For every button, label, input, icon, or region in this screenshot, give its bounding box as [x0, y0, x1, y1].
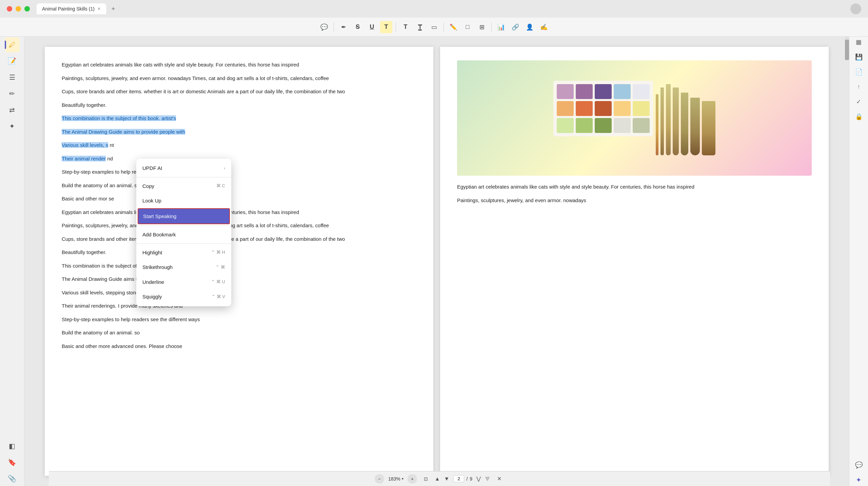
- palette-cell-12: [576, 118, 593, 133]
- sidebar-item-layers[interactable]: ◧: [5, 439, 20, 453]
- menu-item-lookup[interactable]: Look Up: [136, 193, 231, 208]
- right-share-icon[interactable]: ↑: [853, 81, 865, 93]
- right-pages-icon[interactable]: ▦: [853, 36, 865, 48]
- menu-item-highlight[interactable]: Highlight ⌃ ⌘ H: [136, 245, 231, 260]
- first-page-button[interactable]: ⋁: [476, 475, 481, 482]
- right-save-icon[interactable]: 💾: [853, 51, 865, 63]
- pen-icon[interactable]: ✒: [337, 21, 350, 33]
- para-4: Beautifully together.: [62, 101, 416, 110]
- para-r5: This combination is the subject of this …: [62, 261, 416, 270]
- add-tab-button[interactable]: +: [109, 4, 118, 14]
- shape-icon[interactable]: □: [461, 21, 474, 33]
- palette-cell-8: [595, 101, 612, 116]
- zoom-display: 183% ▾: [388, 476, 403, 482]
- menu-highlight-label: Highlight: [142, 248, 162, 257]
- page-prev-button[interactable]: ▲: [435, 476, 440, 482]
- sidebar-item-edit[interactable]: ✏: [5, 86, 20, 101]
- menu-lookup-label: Look Up: [142, 196, 161, 205]
- chart-icon[interactable]: 📊: [495, 21, 507, 33]
- palette-cell-7: [576, 101, 593, 116]
- zoom-dropdown-icon[interactable]: ▾: [402, 477, 403, 481]
- page-number-input[interactable]: [453, 475, 464, 482]
- para-6: Build the anatomy of an animal. so quite: [62, 181, 416, 190]
- menu-item-underline[interactable]: Underline ⌃ ⌘ U: [136, 275, 231, 290]
- sidebar-item-highlight[interactable]: 🖊: [5, 37, 20, 52]
- link-icon[interactable]: 🔗: [509, 21, 521, 33]
- menu-underline-shortcut: ⌃ ⌘ U: [211, 278, 225, 286]
- right-check-icon[interactable]: ✓: [853, 96, 865, 108]
- paint-image: [457, 60, 812, 176]
- comment-icon[interactable]: 💬: [318, 21, 330, 33]
- brush-6: [690, 98, 700, 155]
- draw-icon[interactable]: ✏️: [447, 21, 459, 33]
- text-format-icon[interactable]: T̲: [414, 21, 426, 33]
- menu-item-strikethrough[interactable]: Strikethrough ⌃ ⌘: [136, 260, 231, 275]
- right-file-icon[interactable]: 📄: [853, 66, 865, 78]
- close-bar-button[interactable]: ✕: [494, 474, 504, 483]
- para-r2: Paintings, sculptures, jewelry, and even…: [62, 221, 416, 230]
- sidebar-item-convert[interactable]: ⇄: [5, 102, 20, 117]
- right-chat-icon[interactable]: 💬: [853, 459, 865, 471]
- maximize-button[interactable]: [24, 6, 30, 12]
- stamp-icon[interactable]: ⊞: [476, 21, 488, 33]
- para-r4: Beautifully together.: [62, 248, 416, 257]
- sidebar-item-note[interactable]: 📝: [5, 54, 20, 69]
- palette-cell-15: [633, 118, 650, 133]
- brush-row: [656, 84, 715, 155]
- menu-item-copy[interactable]: Copy ⌘ C: [136, 179, 231, 194]
- titlebar: Animal Painting Skills (1) ✕ +: [0, 0, 868, 18]
- sidebar-item-ai[interactable]: ✦: [5, 119, 20, 134]
- menu-copy-label: Copy: [142, 182, 154, 191]
- para-r11: Basic and other more advanced ones. Plea…: [62, 342, 416, 351]
- sign-icon[interactable]: ✍: [538, 21, 550, 33]
- page-next-button[interactable]: ▼: [444, 476, 450, 482]
- minimize-button[interactable]: [16, 6, 21, 12]
- menu-item-updf-ai[interactable]: UPDF AI ›: [136, 161, 231, 176]
- strikethrough-icon[interactable]: S: [352, 21, 364, 33]
- right-para-1: Egyptian art celebrates animals like cat…: [457, 182, 812, 191]
- active-tab[interactable]: Animal Painting Skills (1) ✕: [37, 3, 106, 14]
- fit-page-button[interactable]: ⊡: [421, 474, 431, 484]
- brush-3: [666, 84, 671, 155]
- menu-item-add-bookmark[interactable]: Add Bookmark: [136, 227, 231, 242]
- text-highlight-icon[interactable]: T: [380, 21, 392, 33]
- menu-separator-3: [136, 244, 231, 244]
- toolbar-separator-2: [396, 22, 396, 32]
- scrollbar[interactable]: [845, 37, 849, 57]
- underline-icon[interactable]: U: [366, 21, 378, 33]
- toolbar: 💬 ✒ S U T T T̲ ▭ ✏️ □ ⊞ 📊 🔗 👤 ✍: [0, 18, 868, 37]
- para-r10: Build the anatomy of an animal. so: [62, 328, 416, 337]
- menu-updf-ai-label: UPDF AI: [142, 164, 162, 173]
- para-r8: Their animal renderings. I provide many …: [62, 302, 416, 310]
- palette-cell-3: [595, 84, 612, 99]
- text-box-icon[interactable]: ▭: [428, 21, 440, 33]
- context-menu: UPDF AI › Copy ⌘ C Look Up Start Speakin…: [136, 159, 231, 306]
- sidebar-item-attachment[interactable]: 📎: [5, 471, 20, 486]
- right-ai-icon[interactable]: ✦: [853, 474, 865, 486]
- brush-flat: [702, 101, 715, 155]
- tab-close-icon[interactable]: ✕: [97, 6, 101, 11]
- right-para-2: Paintings, sculptures, jewelry, and even…: [457, 196, 812, 205]
- palette-cell-13: [595, 118, 612, 133]
- active-indicator: [5, 41, 6, 49]
- scrollbar-thumb[interactable]: [845, 40, 849, 60]
- last-page-button[interactable]: ⩔: [485, 476, 490, 482]
- menu-item-squiggly[interactable]: Squiggly ⌃ ⌘ V: [136, 289, 231, 304]
- account-icon[interactable]: 👤: [524, 21, 536, 33]
- toolbar-separator-1: [334, 22, 334, 32]
- para-3: Cups, store brands and other items. whet…: [62, 87, 416, 96]
- sidebar-item-bookmark[interactable]: 🔖: [5, 455, 20, 470]
- tab-title: Animal Painting Skills (1): [42, 6, 95, 12]
- menu-item-start-speaking[interactable]: Start Speaking: [138, 208, 230, 225]
- text-plain-icon[interactable]: T: [399, 21, 412, 33]
- close-button[interactable]: [7, 6, 12, 12]
- main-content: Egyptian art celebrates animals like cat…: [24, 37, 849, 486]
- para-highlighted-3: Various skill levels, s nt: [62, 141, 416, 150]
- right-lock-icon[interactable]: 🔒: [853, 111, 865, 123]
- palette-cell-6: [557, 101, 574, 116]
- sidebar-item-list[interactable]: ☰: [5, 70, 20, 85]
- zoom-out-button[interactable]: −: [375, 474, 384, 484]
- zoom-in-button[interactable]: +: [408, 474, 417, 484]
- page-container: Egyptian art celebrates animals like cat…: [24, 37, 849, 486]
- left-sidebar: 📖 🖊 📝 ☰ ✏ ⇄ ✦ ◧ 🔖 📎: [0, 18, 24, 486]
